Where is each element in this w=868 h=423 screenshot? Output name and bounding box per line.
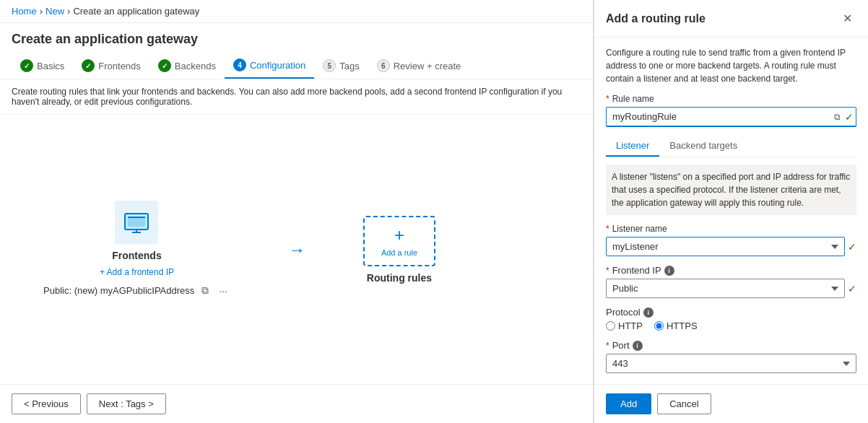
protocol-http-label: HTTP	[618, 320, 643, 331]
add-rule-box[interactable]: + Add a rule	[363, 216, 435, 266]
previous-button[interactable]: < Previous	[12, 393, 81, 414]
step-basics-label: Basics	[37, 61, 64, 71]
frontend-ip-check-icon: ✓	[848, 283, 856, 295]
breadcrumb-current: Create an application gateway	[73, 6, 199, 17]
close-panel-button[interactable]: ✕	[838, 10, 856, 27]
flow-arrow: →	[288, 240, 305, 260]
frontend-ip-info-icon[interactable]: i	[664, 266, 674, 276]
svg-rect-2	[128, 217, 145, 227]
step-configuration-icon: 4	[233, 58, 246, 71]
step-backends-icon: ✓	[158, 59, 171, 72]
right-panel-header: Add a routing rule ✕	[594, 0, 868, 38]
right-panel-footer: Add Cancel	[594, 384, 868, 423]
listener-description: A listener "listens" on a specified port…	[606, 165, 856, 215]
right-panel-title: Add a routing rule	[606, 12, 706, 25]
tab-backend-targets[interactable]: Backend targets	[659, 136, 747, 157]
rule-name-input-container: ⧉ ✓	[606, 107, 856, 127]
main-panel: Home › New › Create an application gatew…	[0, 0, 594, 423]
protocol-https-option[interactable]: HTTPS	[654, 320, 698, 331]
step-backends-label: Backends	[175, 61, 216, 71]
protocol-info-icon[interactable]: i	[643, 308, 654, 318]
listener-name-label: Listener name	[606, 224, 856, 234]
breadcrumb-home[interactable]: Home	[12, 6, 37, 17]
add-rule-button[interactable]: Add	[606, 393, 651, 414]
step-configuration-label: Configuration	[250, 60, 305, 71]
frontend-copy-btn[interactable]: ⧉	[199, 283, 212, 298]
tab-listener[interactable]: Listener	[606, 136, 659, 157]
frontends-flow-box: Frontends + Add a frontend IP Public: (n…	[43, 201, 230, 298]
step-tags-icon: 5	[323, 59, 336, 72]
add-frontend-link[interactable]: + Add a frontend IP	[100, 267, 174, 277]
step-review-icon: 6	[377, 59, 390, 72]
port-info-icon[interactable]: i	[633, 341, 643, 351]
listener-name-check-icon: ✓	[848, 241, 856, 253]
step-backends[interactable]: ✓ Backends	[149, 53, 225, 79]
rule-name-check-icon: ✓	[845, 111, 854, 123]
bottom-navigation: < Previous Next : Tags >	[0, 384, 593, 423]
port-select[interactable]: 443	[606, 354, 856, 373]
routing-rules-flow-box: + Add a rule Routing rules	[363, 216, 435, 284]
protocol-radio-group: HTTP HTTPS	[606, 320, 856, 331]
frontends-label: Frontends	[112, 250, 161, 261]
frontends-svg-icon	[122, 208, 151, 237]
step-basics-icon: ✓	[20, 59, 33, 72]
breadcrumb: Home › New › Create an application gatew…	[0, 0, 593, 23]
step-frontends-icon: ✓	[82, 59, 95, 72]
breadcrumb-new[interactable]: New	[45, 6, 64, 17]
panel-tabs: Listener Backend targets	[606, 136, 856, 157]
frontends-icon-container	[115, 201, 158, 244]
panel-description: Configure a routing rule to send traffic…	[606, 46, 856, 85]
frontend-item-text: Public: (new) myAGPublicIPAddress	[43, 285, 194, 296]
add-rule-plus-icon: +	[394, 225, 404, 245]
port-field: Port i 443	[606, 340, 856, 373]
rule-name-field: Rule name ⧉ ✓	[606, 94, 856, 127]
step-review[interactable]: 6 Review + create	[368, 53, 470, 79]
step-basics[interactable]: ✓ Basics	[12, 53, 73, 79]
page-title: Create an application gateway	[0, 23, 593, 53]
step-frontends-label: Frontends	[98, 61, 141, 71]
frontend-more-btn[interactable]: ···	[216, 284, 230, 298]
frontend-item: Public: (new) myAGPublicIPAddress ⧉ ···	[43, 283, 230, 298]
frontend-ip-select[interactable]: Public	[606, 279, 845, 298]
right-panel: Add a routing rule ✕ Configure a routing…	[594, 0, 868, 423]
listener-name-select[interactable]: myListener	[606, 237, 845, 256]
protocol-field: Protocol i HTTP HTTPS	[606, 307, 856, 331]
step-review-label: Review + create	[394, 61, 461, 71]
protocol-label: Protocol i	[606, 307, 856, 318]
cancel-button[interactable]: Cancel	[657, 393, 711, 414]
flow-area: Frontends + Add a frontend IP Public: (n…	[0, 115, 593, 384]
protocol-https-radio[interactable]	[654, 321, 664, 331]
step-frontends[interactable]: ✓ Frontends	[73, 53, 149, 79]
protocol-http-option[interactable]: HTTP	[606, 320, 643, 331]
add-rule-label: Add a rule	[381, 248, 417, 257]
step-navigation: ✓ Basics ✓ Frontends ✓ Backends 4 Config…	[0, 53, 593, 79]
right-panel-body: Configure a routing rule to send traffic…	[594, 38, 868, 384]
step-configuration[interactable]: 4 Configuration	[225, 53, 314, 79]
next-button[interactable]: Next : Tags >	[87, 393, 166, 414]
svg-rect-3	[128, 217, 145, 218]
rule-name-label: Rule name	[606, 94, 856, 104]
frontend-ip-field: Frontend IP i Public ✓	[606, 265, 856, 298]
step-tags[interactable]: 5 Tags	[314, 53, 368, 79]
frontend-ip-label: Frontend IP i	[606, 265, 856, 276]
page-description: Create routing rules that link your fron…	[0, 79, 593, 115]
step-tags-label: Tags	[339, 61, 359, 71]
rule-name-actions: ⧉ ✓	[833, 110, 854, 123]
protocol-https-label: HTTPS	[667, 320, 698, 331]
port-label: Port i	[606, 340, 856, 351]
listener-name-field: Listener name myListener ✓	[606, 224, 856, 256]
protocol-http-radio[interactable]	[606, 321, 615, 331]
routing-rules-label: Routing rules	[367, 272, 432, 284]
rule-name-copy-btn[interactable]: ⧉	[833, 110, 842, 123]
rule-name-input[interactable]	[606, 107, 856, 127]
